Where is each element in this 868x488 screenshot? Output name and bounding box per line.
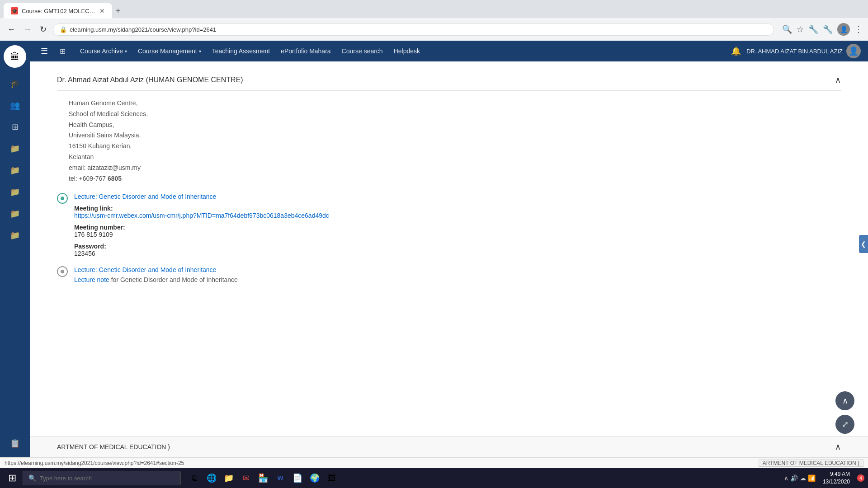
chevron-left-icon: ❮ [861, 240, 866, 248]
bottom-section: ARTMENT OF MEDICAL EDUCATION ) ∧ [30, 436, 868, 457]
system-clock[interactable]: 9:49 AM 13/12/2020 [818, 470, 854, 486]
tab-close-button[interactable]: ✕ [99, 7, 105, 14]
meeting-number: 176 815 9109 [74, 231, 841, 238]
more-options-icon[interactable]: ⋮ [854, 24, 863, 34]
course-archive-dropdown-arrow: ▾ [125, 49, 127, 54]
nav-item-helpdesk[interactable]: Helpdesk [389, 45, 425, 57]
meeting-number-label: Meeting number: [74, 224, 841, 231]
taskbar-search-input[interactable] [40, 475, 175, 482]
nav-item-teaching-assesment[interactable]: Teaching Assesment [208, 45, 274, 57]
taskbar-search-icon: 🔍 [28, 474, 36, 482]
instructor-address: Human Genome Centre, School of Medical S… [69, 98, 841, 184]
address-bar-row: ← → ↻ 🔒 elearning.usm.my/sidang2021/cour… [0, 18, 868, 41]
nav-user: DR. AHMAD AIZAT BIN ABDUL AZIZ 👤 [746, 44, 861, 58]
right-panel-toggle[interactable]: ❮ [859, 235, 868, 253]
nav-item-course-search[interactable]: Course search [337, 45, 387, 57]
url-text: elearning.usm.my/sidang2021/course/view.… [70, 26, 767, 33]
mail-icon[interactable]: ✉ [238, 470, 254, 486]
nav-item-eportfolio[interactable]: ePortfolio Mahara [276, 45, 335, 57]
address-bar[interactable]: 🔒 elearning.usm.my/sidang2021/course/vie… [53, 23, 774, 36]
edge-browser-icon[interactable]: 🌐 [203, 470, 220, 486]
sidebar-icon-folder-1[interactable]: 📁 [5, 139, 24, 158]
main-area: ☰ ⊞ Course Archive ▾ Course Management ▾… [30, 41, 868, 457]
back-button[interactable]: ← [5, 23, 17, 36]
store-icon[interactable]: 🏪 [255, 470, 271, 486]
photo-icon[interactable]: 🖼 [324, 470, 340, 486]
campus-line: Health Campus, [69, 120, 841, 131]
bottom-section-title: ARTMENT OF MEDICAL EDUCATION ) [57, 443, 170, 450]
webex-dot-active [61, 197, 64, 200]
tab-favicon: 🎓 [11, 7, 18, 14]
lecture-note-text: Lecture note for Genetic Disorder and Mo… [74, 276, 841, 283]
nav-user-avatar[interactable]: 👤 [846, 44, 861, 58]
scroll-expand-button[interactable]: ⤢ [835, 415, 854, 434]
forward-button[interactable]: → [22, 23, 33, 36]
speaker-icon[interactable]: 🔊 [790, 474, 798, 482]
sys-icons: ∧ 🔊 ☁ 📶 [784, 474, 816, 482]
school-line: School of Medical Sciences, [69, 109, 841, 120]
file-explorer-icon[interactable]: 📁 [221, 470, 237, 486]
course-management-dropdown-arrow: ▾ [199, 49, 201, 54]
main-content: Dr. Ahmad Aizat Abdul Aziz (HUMAN GENOME… [30, 61, 868, 436]
notification-badge[interactable]: 4 [857, 474, 864, 482]
word-icon[interactable]: W [272, 470, 288, 486]
sidebar-icon-folder-4[interactable]: 📁 [5, 204, 24, 223]
email-line: email: aizataziz@usm.my [69, 163, 841, 174]
extension-icon-2[interactable]: 🔧 [823, 24, 833, 34]
sidebar-icon-folder-5[interactable]: 📁 [5, 226, 24, 245]
lecture-note-link[interactable]: Lecture note [74, 276, 109, 283]
pdf-icon[interactable]: 📄 [289, 470, 306, 486]
app-layout: 🏛 🎓 👥 ⊞ 📁 📁 📁 📁 📁 📋 ☰ ⊞ Course Archive ▾… [0, 41, 868, 457]
wifi-icon[interactable]: 📶 [808, 474, 816, 482]
nav-item-course-archive[interactable]: Course Archive ▾ [75, 45, 132, 57]
new-tab-button[interactable]: + [116, 6, 121, 16]
nav-item-course-management[interactable]: Course Management ▾ [133, 45, 206, 57]
task-view-icon[interactable]: ⧉ [186, 470, 203, 486]
notification-bell-icon[interactable]: 🔔 [727, 44, 745, 58]
scroll-up-button[interactable]: ∧ [835, 391, 854, 410]
state-line: Kelantan [69, 152, 841, 163]
section-title: Dr. Ahmad Aizat Abdul Aziz (HUMAN GENOME… [57, 76, 243, 84]
star-icon[interactable]: ☆ [797, 24, 804, 34]
sidebar-icon-folder-2[interactable]: 📁 [5, 161, 24, 180]
collapse-button[interactable]: ∧ [835, 75, 841, 85]
password-label: Password: [74, 243, 841, 250]
onedrive-icon[interactable]: ☁ [800, 474, 806, 482]
search-browser-icon[interactable]: 🔍 [782, 24, 792, 34]
sidebar-icon-graduation[interactable]: 🎓 [5, 74, 24, 93]
arrow-up-sys-icon[interactable]: ∧ [784, 474, 788, 482]
expand-icon[interactable]: ⊞ [56, 45, 69, 57]
taskbar-sys: ∧ 🔊 ☁ 📶 9:49 AM 13/12/2020 4 [784, 470, 864, 486]
lecture-content-2: Lecture: Genetic Disorder and Mode of In… [74, 266, 841, 283]
status-label: ARTMENT OF MEDICAL EDUCATION ) [759, 460, 863, 467]
lecture-link-1[interactable]: Lecture: Genetic Disorder and Mode of In… [74, 193, 216, 200]
tel-bold: 6805 [108, 175, 122, 182]
webex-inactive-icon [57, 266, 68, 277]
usm-logo: 🏛 [4, 45, 26, 68]
meeting-link-url[interactable]: https://usm-cmr.webex.com/usm-cmr/j.php?… [74, 212, 329, 219]
sidebar-icon-people[interactable]: 👥 [5, 96, 24, 115]
meeting-info: Meeting link: https://usm-cmr.webex.com/… [74, 205, 841, 257]
active-tab[interactable]: 🎓 Course: GMT102 MOLECULAR B... ✕ [4, 3, 112, 19]
top-nav: ☰ ⊞ Course Archive ▾ Course Management ▾… [30, 41, 868, 61]
chrome-icon[interactable]: 🌍 [307, 470, 323, 486]
sidebar-icon-folder-3[interactable]: 📁 [5, 183, 24, 202]
lecture-item-1: Lecture: Genetic Disorder and Mode of In… [57, 193, 841, 257]
reload-button[interactable]: ↻ [38, 23, 48, 36]
start-button[interactable]: ⊞ [4, 470, 21, 486]
hamburger-icon[interactable]: ☰ [37, 44, 52, 58]
sidebar-icon-grid[interactable]: ⊞ [5, 117, 24, 136]
browser-user-avatar[interactable]: 👤 [837, 23, 850, 36]
browser-chrome: 🎓 Course: GMT102 MOLECULAR B... ✕ + ← → … [0, 0, 868, 41]
taskbar-search-bar[interactable]: 🔍 [23, 471, 181, 485]
lecture-link-2[interactable]: Lecture: Genetic Disorder and Mode of In… [74, 266, 216, 273]
department-line: Human Genome Centre, [69, 98, 841, 109]
meeting-link-label: Meeting link: [74, 205, 841, 212]
sidebar-icon-clipboard[interactable]: 📋 [5, 434, 24, 453]
status-url: https://elearning.usm.my/sidang2021/cour… [5, 460, 759, 466]
taskbar: ⊞ 🔍 ⧉ 🌐 📁 ✉ 🏪 W 📄 🌍 🖼 ∧ 🔊 ☁ 📶 9:49 AM 13… [0, 468, 868, 488]
bottom-collapse-button[interactable]: ∧ [835, 442, 841, 452]
taskbar-icons: ⧉ 🌐 📁 ✉ 🏪 W 📄 🌍 🖼 [186, 470, 340, 486]
tel-prefix: tel: +609-767 [69, 175, 108, 182]
extension-icon-red[interactable]: 🔧 [808, 24, 818, 34]
